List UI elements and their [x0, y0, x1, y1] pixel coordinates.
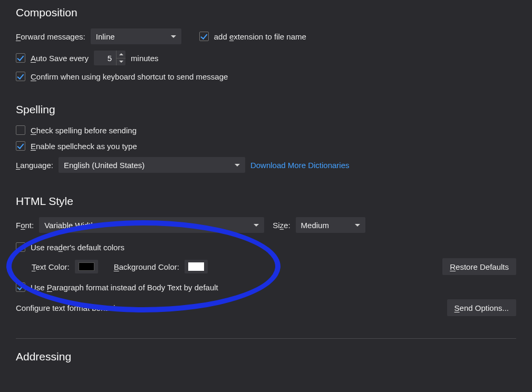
size-select[interactable]: Medium [296, 217, 365, 233]
composition-section: Composition Forward messages: Inline add… [16, 6, 516, 81]
addressing-heading: Addressing [16, 350, 516, 363]
spelling-section: Spelling Check spelling before sending E… [16, 103, 516, 173]
autosave-label-post: minutes [131, 54, 159, 63]
autosave-checkbox[interactable] [16, 53, 25, 63]
html-style-heading: HTML Style [16, 195, 516, 208]
language-label: Language: [16, 161, 53, 170]
size-label: Size: [273, 221, 290, 230]
language-select[interactable]: English (United States) [59, 157, 245, 173]
chevron-down-icon [355, 224, 360, 227]
reader-colors-checkbox[interactable] [16, 242, 25, 252]
section-divider [16, 338, 516, 339]
spelling-heading: Spelling [16, 103, 516, 116]
spinner-down-icon[interactable] [117, 58, 125, 66]
send-options-button[interactable]: Send Options... [447, 299, 516, 316]
background-color-label: Background Color: [114, 262, 179, 271]
restore-defaults-button[interactable]: Restore Defaults [442, 258, 516, 275]
autosave-label-pre: Auto Save every [31, 54, 89, 63]
paragraph-format-label: Use Paragraph format instead of Body Tex… [31, 283, 218, 292]
paragraph-format-checkbox[interactable] [16, 282, 25, 292]
background-color-swatch[interactable] [185, 260, 208, 273]
confirm-shortcut-label: Confirm when using keyboard shortcut to … [31, 72, 228, 81]
chevron-down-icon [235, 164, 240, 166]
spinner-up-icon[interactable] [117, 51, 125, 58]
text-color-swatch[interactable] [75, 260, 98, 273]
forward-messages-label: Forward messages: [16, 32, 85, 41]
reader-colors-label: Use reader's default colors [31, 243, 124, 252]
font-select[interactable]: Variable Width [39, 217, 264, 233]
autosave-minutes-spinner[interactable]: 5 [94, 51, 125, 65]
configure-format-label: Configure text format behavior [16, 303, 122, 312]
check-spelling-checkbox[interactable] [16, 125, 25, 135]
chevron-down-icon [171, 35, 176, 38]
enable-spellcheck-label: Enable spellcheck as you type [31, 142, 137, 151]
composition-heading: Composition [16, 6, 516, 19]
chevron-down-icon [254, 224, 259, 227]
add-extension-label: add extension to file name [214, 32, 306, 41]
enable-spellcheck-checkbox[interactable] [16, 141, 25, 151]
addressing-section: Addressing [16, 350, 516, 363]
text-color-label: Text Color: [32, 262, 70, 271]
check-spelling-label: Check spelling before sending [31, 126, 137, 135]
download-dictionaries-link[interactable]: Download More Dictionaries [250, 161, 350, 170]
confirm-shortcut-checkbox[interactable] [16, 72, 25, 81]
font-label: Font: [16, 221, 34, 230]
html-style-section: HTML Style Font: Variable Width Size: Me… [16, 195, 516, 316]
add-extension-checkbox[interactable] [199, 32, 209, 41]
forward-messages-select[interactable]: Inline [91, 28, 181, 44]
